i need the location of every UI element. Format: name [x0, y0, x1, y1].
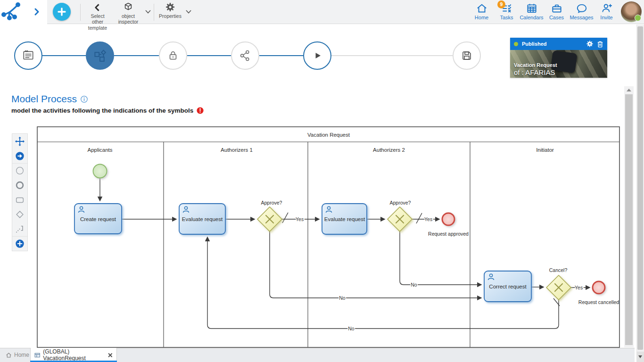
- template-tab-icon: [34, 352, 40, 358]
- save-icon: [461, 49, 473, 62]
- task-create-request[interactable]: Create request: [74, 204, 122, 234]
- template-owner: of : AFARIAS: [514, 68, 555, 76]
- palette-end-event[interactable]: [12, 178, 27, 192]
- template-name: Vacation Request: [514, 62, 557, 68]
- page-title-text: Model Process: [11, 93, 77, 105]
- end-event-label: Request cancelled: [578, 299, 619, 305]
- chevron-down-icon[interactable]: [185, 8, 192, 17]
- global-nav: Home 9 Tasks Calendars Cases: [469, 1, 619, 23]
- toolbar-divider: [80, 4, 81, 21]
- gateway-label: Cancel?: [549, 267, 568, 273]
- flow-label-no: No: [348, 326, 355, 331]
- task-evaluate-request-2[interactable]: Evaluate request: [322, 204, 367, 234]
- button-label: object: [114, 13, 142, 19]
- alert-icon: [196, 107, 204, 115]
- published-status-dot: [514, 42, 518, 46]
- cube-icon: [114, 2, 142, 12]
- pool-border[interactable]: [37, 127, 619, 347]
- page-subtitle: model the activities following the indic…: [11, 107, 204, 115]
- scroll-up-arrow-icon[interactable]: [627, 89, 631, 91]
- start-event[interactable]: [93, 165, 107, 178]
- step-save[interactable]: [453, 41, 481, 70]
- step-permissions[interactable]: [159, 41, 187, 70]
- lane-label: Authorizers 2: [373, 147, 405, 153]
- step-model-process-active[interactable]: [86, 41, 114, 70]
- nav-label: Home: [469, 15, 494, 20]
- palette-connector[interactable]: [12, 222, 27, 236]
- close-tab-icon[interactable]: [108, 353, 113, 358]
- flow-label-yes: Yes: [575, 285, 583, 290]
- nav-tasks[interactable]: 9 Tasks: [494, 1, 519, 23]
- tab-home[interactable]: Home: [3, 348, 30, 362]
- palette-gateway[interactable]: [12, 207, 27, 222]
- palette-flow-tool[interactable]: [12, 148, 27, 163]
- nav-label: Cases: [544, 15, 569, 20]
- page-subtitle-text: model the activities following the indic…: [11, 107, 193, 114]
- diagram-icon: [93, 49, 107, 63]
- nav-cases[interactable]: Cases: [544, 1, 569, 23]
- home-icon: [469, 1, 494, 15]
- button-label: other: [83, 19, 112, 25]
- nav-label: Tasks: [494, 15, 519, 20]
- calendar-icon: [519, 1, 544, 15]
- flow-label-no: No: [339, 295, 346, 301]
- card-trash-icon[interactable]: [597, 41, 603, 48]
- tasks-badge: 9: [497, 0, 505, 8]
- nav-calendars[interactable]: Calendars: [519, 1, 544, 23]
- task-evaluate-request-1[interactable]: Evaluate request: [179, 204, 225, 234]
- published-template-card[interactable]: Published Vacation Request of : AFARIAS: [510, 38, 607, 78]
- palette-add[interactable]: [12, 236, 27, 251]
- connector-icon: [15, 224, 25, 234]
- nav-label: Invite: [594, 15, 619, 20]
- tab-active-vacation-request[interactable]: (GLOBAL) VacationRequest: [30, 348, 117, 362]
- card-gear-icon[interactable]: [586, 40, 594, 48]
- flow-label-yes: Yes: [296, 216, 304, 222]
- palette-task[interactable]: [12, 192, 27, 207]
- info-icon[interactable]: [80, 95, 88, 103]
- back-chevron-icon: [83, 2, 112, 12]
- tab-label: (GLOBAL) VacationRequest: [43, 348, 105, 362]
- task-label: Create request: [80, 216, 116, 222]
- published-card-header: Published: [510, 38, 607, 50]
- object-inspector-button[interactable]: object inspector: [114, 2, 142, 25]
- step-run[interactable]: [303, 41, 331, 70]
- window-scrollbar-thumb[interactable]: [637, 26, 643, 350]
- nav-invite[interactable]: Invite: [594, 1, 619, 23]
- task-correct-request[interactable]: Correct request: [484, 271, 531, 302]
- flow-label-yes: Yes: [424, 216, 432, 222]
- button-label: template: [83, 25, 112, 31]
- flow-label-no: No: [411, 282, 417, 288]
- palette-start-event[interactable]: [12, 163, 27, 178]
- gear-icon: [156, 2, 185, 12]
- step-data-form[interactable]: [14, 41, 42, 70]
- plus-icon: [57, 7, 66, 16]
- tab-label: Home: [14, 352, 29, 358]
- published-status-label: Published: [522, 41, 586, 47]
- nav-home[interactable]: Home: [469, 1, 494, 23]
- scroll-down-arrow-icon: [638, 355, 642, 358]
- play-icon: [311, 49, 323, 62]
- chevron-down-icon[interactable]: [144, 8, 152, 17]
- select-other-template-button[interactable]: Select other template: [83, 2, 112, 31]
- properties-button[interactable]: Properties: [156, 2, 185, 19]
- add-button[interactable]: [53, 3, 71, 21]
- process-canvas[interactable]: Vacation Request Applicants Authorizers …: [37, 126, 620, 348]
- form-icon: [22, 49, 35, 62]
- nav-messages[interactable]: Messages: [569, 1, 594, 23]
- lane-label: Applicants: [87, 147, 112, 153]
- thin-circle-icon: [15, 165, 25, 176]
- scroll-down-button[interactable]: [636, 352, 644, 362]
- person-add-icon: [594, 1, 619, 15]
- end-event-label: Request approved: [428, 231, 469, 237]
- palette-move-tool[interactable]: [12, 134, 27, 148]
- button-label: Select: [83, 13, 112, 19]
- move-icon: [15, 136, 25, 147]
- step-share[interactable]: [231, 41, 259, 70]
- nav-label: Calendars: [519, 15, 544, 20]
- online-status-dot: [635, 15, 641, 21]
- brand-logo-icon: [0, 2, 26, 23]
- content-scrollbar-thumb[interactable]: [625, 94, 633, 345]
- lane-label: Authorizers 1: [221, 147, 253, 153]
- collapse-chevron-icon[interactable]: [33, 7, 41, 19]
- task-label: Correct request: [489, 284, 527, 289]
